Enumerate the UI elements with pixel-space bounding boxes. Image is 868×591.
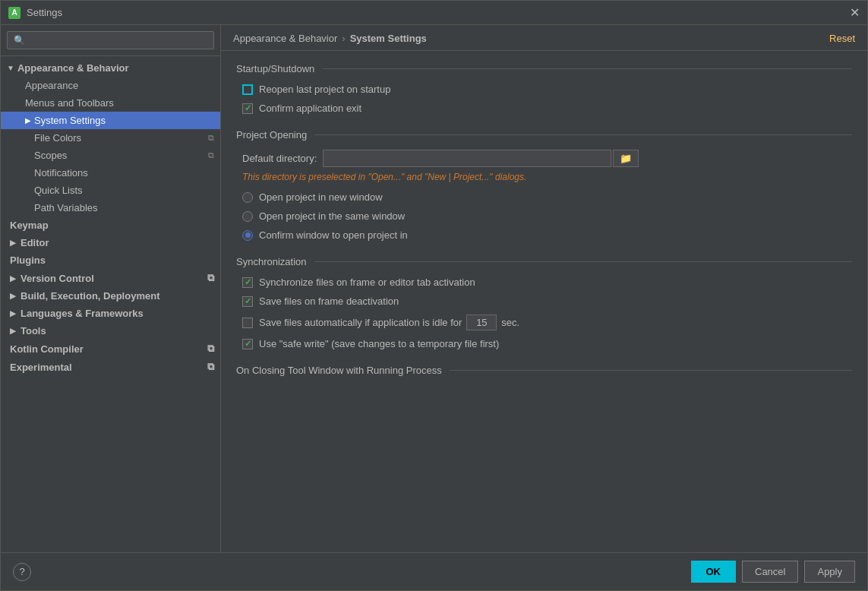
default-directory-row: Default directory: 📁	[236, 150, 852, 167]
sync-files-label: Synchronize files on frame or editor tab…	[259, 277, 475, 288]
search-input[interactable]	[7, 31, 214, 49]
sidebar-item-label: Editor	[21, 237, 49, 248]
startup-section-title: Startup/Shutdown	[236, 63, 852, 74]
sidebar-item-menus-toolbars[interactable]: Menus and Toolbars	[1, 94, 220, 112]
expand-icon: ▶	[10, 292, 16, 300]
app-icon: A	[8, 7, 21, 19]
main-content: ▼ Appearance & Behavior Appearance Menus…	[1, 25, 867, 552]
sidebar-item-experimental[interactable]: Experimental ⧉	[1, 358, 220, 376]
open-new-window-radio[interactable]	[242, 192, 253, 203]
sidebar-item-label: Notifications	[34, 167, 88, 179]
expand-icon: ▶	[10, 274, 16, 283]
open-new-window-row: Open project in new window	[236, 191, 852, 203]
copy-icon: ⧉	[207, 361, 214, 373]
ok-button[interactable]: OK	[691, 561, 737, 583]
sidebar-item-label: Quick Lists	[34, 185, 83, 196]
settings-window: A Settings ✕ ▼ Appearance & Behavior App…	[0, 0, 868, 591]
reset-button[interactable]: Reset	[829, 33, 855, 44]
open-same-window-radio[interactable]	[242, 211, 253, 222]
expand-arrow-icon: ▶	[25, 116, 31, 125]
sidebar-section-label: Appearance & Behavior	[17, 62, 129, 74]
directory-hint: This directory is preselected in "Open..…	[236, 172, 852, 182]
confirm-exit-row: Confirm application exit	[236, 103, 852, 114]
confirm-window-radio[interactable]	[242, 230, 253, 241]
safe-write-row: Use "safe write" (save changes to a temp…	[236, 338, 852, 349]
action-buttons: OK Cancel Apply	[691, 561, 856, 583]
open-new-window-label: Open project in new window	[259, 191, 383, 203]
confirm-exit-checkbox[interactable]	[242, 103, 253, 114]
closing-section-title: On Closing Tool Window with Running Proc…	[236, 365, 852, 376]
open-same-window-row: Open project in the same window	[236, 210, 852, 222]
main-body: Startup/Shutdown Reopen last project on …	[221, 51, 867, 552]
project-opening-title: Project Opening	[236, 129, 852, 141]
breadcrumb-parent: Appearance & Behavior	[233, 33, 337, 44]
save-idle-row: Save files automatically if application …	[236, 314, 852, 330]
sidebar-item-notifications[interactable]: Notifications	[1, 164, 220, 182]
reopen-project-checkbox[interactable]	[242, 84, 253, 95]
sidebar-item-label: Experimental	[10, 362, 72, 373]
sidebar-item-path-variables[interactable]: Path Variables	[1, 199, 220, 216]
sidebar-item-appearance-behavior[interactable]: ▼ Appearance & Behavior	[1, 59, 220, 77]
expand-icon: ▶	[10, 309, 16, 318]
sidebar-item-label: Kotlin Compiler	[10, 343, 84, 355]
default-directory-input[interactable]	[323, 150, 611, 167]
bottom-bar: ? OK Cancel Apply	[1, 552, 867, 590]
sidebar-item-label: File Colors	[34, 132, 81, 144]
sidebar-item-system-settings[interactable]: ▶ System Settings	[1, 112, 220, 129]
sidebar-item-label: Tools	[21, 325, 46, 337]
sync-files-checkbox[interactable]	[242, 277, 253, 288]
sidebar-item-label: Scopes	[34, 150, 67, 161]
sidebar-item-plugins[interactable]: Plugins	[1, 251, 220, 269]
sidebar-item-label: Version Control	[21, 273, 94, 284]
breadcrumb: Appearance & Behavior › System Settings	[233, 33, 427, 44]
sidebar-item-editor[interactable]: ▶ Editor	[1, 234, 220, 251]
sidebar-item-appearance[interactable]: Appearance	[1, 77, 220, 94]
sidebar-item-label: Plugins	[10, 254, 46, 266]
copy-icon: ⧉	[208, 150, 214, 160]
sidebar-item-keymap[interactable]: Keymap	[1, 216, 220, 234]
sidebar-item-languages-frameworks[interactable]: ▶ Languages & Frameworks	[1, 305, 220, 322]
reopen-project-label: Reopen last project on startup	[259, 84, 390, 95]
save-idle-label: Save files automatically if application …	[259, 317, 462, 328]
main-header: Appearance & Behavior › System Settings …	[221, 25, 867, 51]
sidebar-item-tools[interactable]: ▶ Tools	[1, 322, 220, 340]
confirm-window-row: Confirm window to open project in	[236, 229, 852, 241]
nav-tree: ▼ Appearance & Behavior Appearance Menus…	[1, 56, 220, 379]
sidebar-item-label: Languages & Frameworks	[21, 308, 144, 319]
sidebar-item-build-execution[interactable]: ▶ Build, Execution, Deployment	[1, 287, 220, 305]
collapse-arrow-icon: ▼	[7, 64, 14, 72]
confirm-exit-label: Confirm application exit	[259, 103, 361, 114]
save-idle-checkbox[interactable]	[242, 318, 253, 328]
save-deactivation-checkbox[interactable]	[242, 296, 253, 307]
sidebar-item-kotlin-compiler[interactable]: Kotlin Compiler ⧉	[1, 340, 220, 358]
sidebar-item-quick-lists[interactable]: Quick Lists	[1, 182, 220, 199]
confirm-window-label: Confirm window to open project in	[259, 229, 408, 241]
cancel-button[interactable]: Cancel	[742, 561, 798, 583]
default-directory-label: Default directory:	[242, 153, 317, 164]
closing-section: On Closing Tool Window with Running Proc…	[236, 365, 852, 376]
project-opening-section: Project Opening Default directory: 📁 Thi…	[236, 129, 852, 241]
synchronization-section: Synchronization Synchronize files on fra…	[236, 256, 852, 349]
search-box	[1, 25, 220, 56]
sidebar-item-scopes[interactable]: Scopes ⧉	[1, 147, 220, 164]
title-bar: A Settings ✕	[1, 1, 867, 25]
sidebar: ▼ Appearance & Behavior Appearance Menus…	[1, 25, 221, 552]
breadcrumb-separator: ›	[342, 33, 345, 44]
main-panel: Appearance & Behavior › System Settings …	[221, 25, 867, 552]
close-button[interactable]: ✕	[850, 5, 860, 20]
breadcrumb-current: System Settings	[350, 33, 427, 44]
save-idle-input[interactable]	[466, 314, 497, 330]
sidebar-item-file-colors[interactable]: File Colors ⧉	[1, 129, 220, 147]
safe-write-checkbox[interactable]	[242, 339, 253, 349]
browse-directory-button[interactable]: 📁	[613, 150, 639, 167]
sync-files-row: Synchronize files on frame or editor tab…	[236, 277, 852, 288]
save-deactivation-label: Save files on frame deactivation	[259, 296, 399, 307]
help-button[interactable]: ?	[13, 563, 31, 581]
sidebar-item-label: System Settings	[34, 115, 106, 126]
sidebar-item-label: Keymap	[10, 220, 49, 231]
sidebar-item-version-control[interactable]: ▶ Version Control ⧉	[1, 269, 220, 287]
apply-button[interactable]: Apply	[804, 561, 855, 583]
expand-icon: ▶	[10, 239, 16, 247]
save-deactivation-row: Save files on frame deactivation	[236, 296, 852, 307]
copy-icon: ⧉	[207, 343, 214, 355]
